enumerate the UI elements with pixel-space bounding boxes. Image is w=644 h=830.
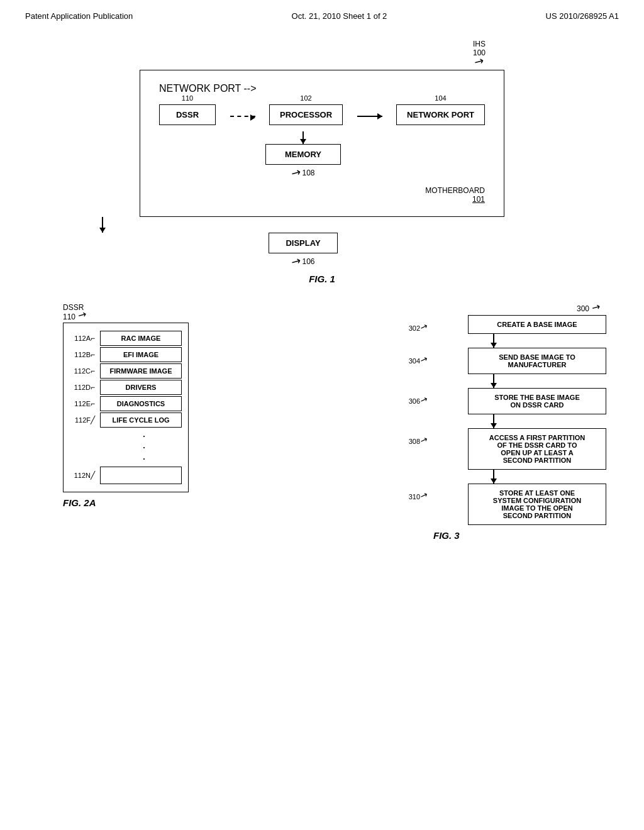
- dssr-item-112d: 112D⌐ DRIVERS: [64, 380, 188, 395]
- fig3-arrow-306-308: [493, 414, 494, 428]
- page-header: Patent Application Publication Oct. 21, …: [0, 0, 644, 27]
- dssr-processor-arrow: [230, 116, 255, 117]
- fig1-caption: FIG. 1: [309, 274, 335, 284]
- dssr-number-label: 110: [182, 94, 193, 102]
- fig2a-diagram: DSSR 110 ↙ 112A⌐ RAC IMAGE 112B⌐ EFI IMA…: [38, 303, 214, 541]
- fig3-caption: FIG. 3: [433, 530, 606, 541]
- motherboard-box: NETWORK PORT --> 110 DSSR 102 PROCESSOR: [140, 70, 504, 217]
- fig2a-caption: FIG. 2A: [63, 497, 214, 508]
- header-center: Oct. 21, 2010 Sheet 1 of 2: [292, 11, 387, 21]
- fig3-step-310: 310↙ STORE AT LEAST ONESYSTEM CONFIGURAT…: [396, 484, 606, 525]
- fig3-step-304: 304↙ SEND BASE IMAGE TOMANUFACTURER: [396, 348, 606, 374]
- fig3-arrow-304-306: [493, 374, 494, 388]
- header-left: Patent Application Publication: [25, 11, 133, 21]
- dssr-items-box: 112A⌐ RAC IMAGE 112B⌐ EFI IMAGE 112C⌐ FI…: [63, 323, 189, 492]
- memory-number-label: 108: [302, 169, 314, 177]
- processor-network-arrow: [357, 116, 382, 117]
- motherboard-label: MOTHERBOARD: [159, 186, 485, 195]
- fig3-step-302: 302↙ CREATE A BASE IMAGE: [396, 315, 606, 334]
- dssr-item-112c: 112C⌐ FIRMWARE IMAGE: [64, 363, 188, 379]
- dssr-item-112b: 112B⌐ EFI IMAGE: [64, 347, 188, 362]
- ihs-label: IHS: [473, 40, 486, 48]
- top-component-row: 110 DSSR 102 PROCESSOR 104 NETWORK: [159, 94, 485, 125]
- memory-box: MEMORY: [265, 144, 341, 165]
- fig2-fig3-wrapper: DSSR 110 ↙ 112A⌐ RAC IMAGE 112B⌐ EFI IMA…: [38, 303, 606, 541]
- processor-box: PROCESSOR: [269, 104, 343, 125]
- main-content: IHS 100 ↙ NETWORK PORT --> 110 DSSR 102: [0, 27, 644, 553]
- fig3-step-308: 308↙ ACCESS A FIRST PARTITIONOF THE DSSR…: [396, 428, 606, 470]
- processor-memory-arrow: [303, 131, 304, 144]
- fig3-diagram: 300 ↙ 302↙ CREATE A BASE IMAGE 304↙ SEND…: [396, 303, 606, 541]
- motherboard-number: 101: [159, 195, 485, 204]
- display-box: DISPLAY: [269, 233, 338, 253]
- processor-number-label: 102: [300, 94, 311, 102]
- dssr-item-112f: 112F╱ LIFE CYCLE LOG: [64, 412, 188, 428]
- fig3-arrow-302-304: [493, 334, 494, 348]
- memory-display-arrow: [102, 217, 103, 233]
- dssr-item-112e: 112E⌐ DIAGNOSTICS: [64, 396, 188, 411]
- fig3-arrow-308-310: [493, 470, 494, 484]
- network-port-box: NETWORK PORT: [396, 104, 485, 125]
- dssr-item-112a: 112A⌐ RAC IMAGE: [64, 331, 188, 346]
- fig3-number: 300: [577, 304, 589, 313]
- fig2a-dssr-number: 110: [63, 313, 75, 321]
- fig3-step-306: 306↙ STORE THE BASE IMAGEON DSSR CARD: [396, 388, 606, 414]
- network-number-label: 104: [435, 94, 446, 102]
- header-right: US 2010/268925 A1: [546, 11, 619, 21]
- dssr-box: DSSR: [159, 104, 216, 125]
- dssr-dots: ···: [100, 430, 188, 464]
- display-number-label: 106: [302, 257, 314, 266]
- fig1-diagram: IHS 100 ↙ NETWORK PORT --> 110 DSSR 102: [38, 40, 606, 284]
- dssr-item-112n: 112N╱: [64, 467, 188, 484]
